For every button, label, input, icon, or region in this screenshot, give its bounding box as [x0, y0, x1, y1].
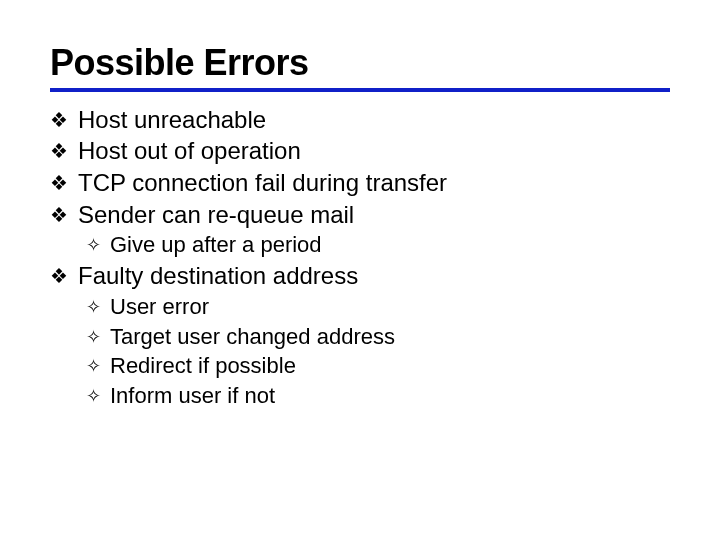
- list-item-text: Give up after a period: [110, 232, 322, 257]
- slide-title: Possible Errors: [50, 44, 670, 82]
- list-item: ✧User error: [50, 292, 670, 322]
- bullet-icon: ✧: [86, 354, 101, 378]
- list-item: ✧Target user changed address: [50, 322, 670, 352]
- list-item-text: Host unreachable: [78, 106, 266, 133]
- list-item-text: TCP connection fail during transfer: [78, 169, 447, 196]
- bullet-icon: ✧: [86, 233, 101, 257]
- bullet-list: ❖Host unreachable ❖Host out of operation…: [50, 104, 670, 411]
- bullet-icon: ❖: [50, 170, 68, 196]
- list-item-text: Redirect if possible: [110, 353, 296, 378]
- list-item: ❖Faulty destination address: [50, 260, 670, 292]
- bullet-icon: ✧: [86, 295, 101, 319]
- slide: Possible Errors ❖Host unreachable ❖Host …: [0, 0, 720, 540]
- list-item-text: User error: [110, 294, 209, 319]
- list-item: ❖Host out of operation: [50, 135, 670, 167]
- list-item-text: Host out of operation: [78, 137, 301, 164]
- bullet-icon: ❖: [50, 138, 68, 164]
- list-item: ❖Sender can re-queue mail: [50, 199, 670, 231]
- bullet-icon: ❖: [50, 107, 68, 133]
- list-item-text: Sender can re-queue mail: [78, 201, 354, 228]
- bullet-icon: ✧: [86, 325, 101, 349]
- bullet-icon: ❖: [50, 202, 68, 228]
- bullet-icon: ❖: [50, 263, 68, 289]
- title-underline: [50, 88, 670, 92]
- list-item: ✧Inform user if not: [50, 381, 670, 411]
- list-item: ✧Give up after a period: [50, 230, 670, 260]
- list-item-text: Inform user if not: [110, 383, 275, 408]
- list-item: ❖TCP connection fail during transfer: [50, 167, 670, 199]
- list-item: ✧Redirect if possible: [50, 351, 670, 381]
- list-item-text: Faulty destination address: [78, 262, 358, 289]
- list-item-text: Target user changed address: [110, 324, 395, 349]
- bullet-icon: ✧: [86, 384, 101, 408]
- list-item: ❖Host unreachable: [50, 104, 670, 136]
